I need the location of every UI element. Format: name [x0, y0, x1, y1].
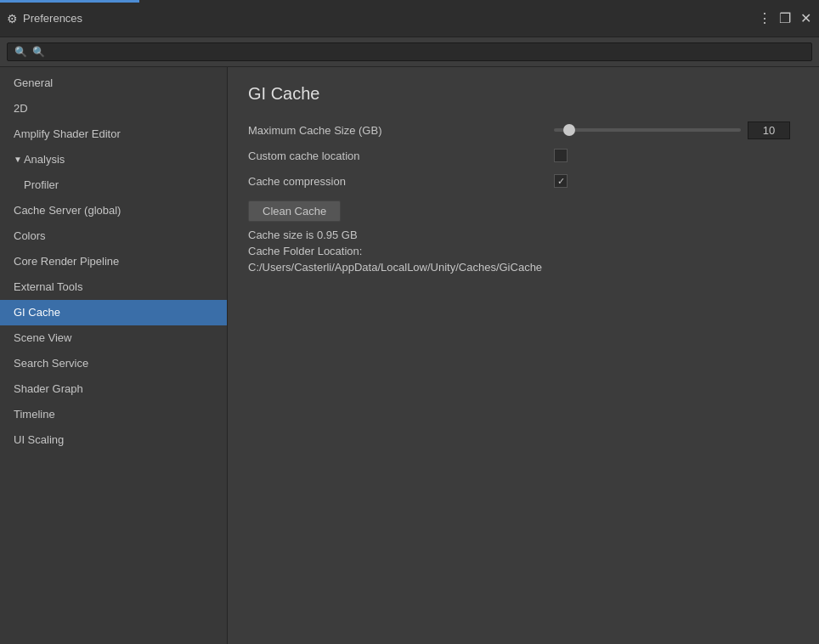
cache-compression-checkbox[interactable] — [554, 174, 568, 188]
titlebar-left: ⚙ Preferences — [7, 12, 82, 25]
sidebar-item-search-service[interactable]: Search Service — [0, 351, 227, 376]
slider-thumb[interactable] — [563, 124, 575, 136]
max-cache-size-row: Maximum Cache Size (GB) 10 — [248, 121, 799, 139]
clean-cache-button[interactable]: Clean Cache — [248, 201, 341, 222]
max-cache-size-label: Maximum Cache Size (GB) — [248, 124, 554, 137]
sidebar-item-scene-view[interactable]: Scene View — [0, 325, 227, 351]
custom-cache-location-checkbox[interactable] — [554, 149, 568, 162]
sidebar-item-analysis[interactable]: ▼Analysis — [0, 147, 227, 172]
sidebar: General2DAmplify Shader Editor▼AnalysisP… — [0, 67, 228, 644]
sidebar-item-core-render-pipeline[interactable]: Core Render Pipeline — [0, 249, 227, 274]
max-cache-size-control: 10 — [554, 121, 799, 139]
titlebar: ⚙ Preferences ⋮ ❐ ✕ — [0, 0, 819, 37]
sidebar-item-gi-cache[interactable]: GI Cache — [0, 300, 227, 325]
cache-compression-label: Cache compression — [248, 175, 554, 188]
search-input[interactable] — [32, 46, 805, 58]
search-icon: 🔍 — [14, 46, 27, 58]
sidebar-item-timeline[interactable]: Timeline — [0, 402, 227, 427]
cache-size-text: Cache size is 0.95 GB — [248, 229, 799, 241]
searchbar: 🔍 — [0, 37, 819, 67]
custom-cache-location-label: Custom cache location — [248, 150, 554, 162]
sidebar-item-external-tools[interactable]: External Tools — [0, 274, 227, 300]
cache-compression-control — [554, 174, 799, 188]
sidebar-item-shader-graph[interactable]: Shader Graph — [0, 376, 227, 402]
custom-cache-location-control — [554, 149, 799, 162]
custom-cache-location-row: Custom cache location — [248, 146, 799, 165]
slider-track[interactable] — [554, 128, 741, 132]
more-options-button[interactable]: ⋮ — [758, 12, 771, 25]
sidebar-item-ui-scaling[interactable]: UI Scaling — [0, 427, 227, 453]
triangle-icon: ▼ — [14, 150, 22, 169]
window-title: Preferences — [23, 12, 82, 25]
sidebar-item-2d[interactable]: 2D — [0, 96, 227, 121]
cache-compression-row: Cache compression — [248, 172, 799, 190]
page-title: GI Cache — [248, 84, 799, 104]
sidebar-item-cache-server-global[interactable]: Cache Server (global) — [0, 198, 227, 223]
slider-value[interactable]: 10 — [748, 121, 790, 139]
sidebar-item-colors[interactable]: Colors — [0, 223, 227, 249]
gear-icon: ⚙ — [7, 12, 18, 25]
active-tab-indicator — [0, 0, 139, 3]
sidebar-item-amplify-shader-editor[interactable]: Amplify Shader Editor — [0, 121, 227, 147]
content-area: GI Cache Maximum Cache Size (GB) 10 Cust… — [228, 67, 819, 644]
sidebar-item-profiler[interactable]: Profiler — [0, 172, 227, 198]
main-layout: General2DAmplify Shader Editor▼AnalysisP… — [0, 67, 819, 644]
sidebar-item-general[interactable]: General — [0, 71, 227, 96]
cache-folder-label: Cache Folder Location: — [248, 245, 799, 257]
slider-wrap: 10 — [554, 121, 799, 139]
cache-folder-path: C:/Users/Casterli/AppData/LocalLow/Unity… — [248, 261, 799, 274]
restore-button[interactable]: ❐ — [778, 12, 792, 25]
close-button[interactable]: ✕ — [799, 12, 812, 25]
titlebar-controls: ⋮ ❐ ✕ — [758, 12, 812, 25]
search-wrap: 🔍 — [7, 42, 812, 61]
